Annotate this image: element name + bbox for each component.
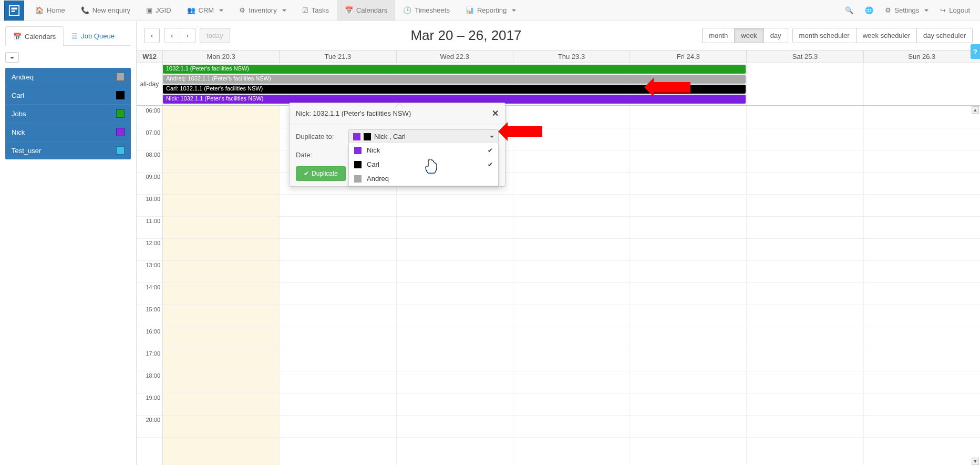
prev-button[interactable]: ‹ — [164, 28, 180, 43]
tasks-icon: ☑ — [302, 6, 308, 14]
view-week[interactable]: week — [734, 28, 764, 43]
time-column[interactable] — [864, 106, 980, 465]
time-column[interactable] — [513, 106, 630, 465]
allday-event[interactable]: 1032.1.1 (Peter's facilities NSW) — [163, 65, 746, 74]
calendar-item[interactable]: Carl — [5, 86, 131, 104]
option-swatch — [354, 147, 362, 154]
option-label: Andreq — [367, 175, 389, 183]
calendar-toolbar: ‹ ‹ › today Mar 20 – 26, 2017 month week… — [137, 21, 980, 50]
calendar-item[interactable]: Jobs — [5, 104, 131, 123]
allday-label: all-day — [137, 63, 163, 105]
select-swatch-2 — [364, 133, 371, 140]
calendar-item-label: Nick — [12, 128, 25, 136]
duplicate-to-label: Duplicate to: — [296, 133, 348, 140]
nav-search[interactable]: 🔍 — [839, 0, 859, 21]
calendar-grid: W12 Mon 20.3Tue 21.3Wed 22.3Thu 23.3Fri … — [137, 50, 980, 465]
nav-reporting-label: Reporting — [477, 6, 507, 14]
check-icon: ✔ — [488, 147, 493, 154]
duplicate-to-select[interactable]: Nick , Carl Nick✔Carl✔Andreq — [348, 129, 499, 144]
annotation-arrow-2 — [498, 122, 542, 141]
time-column[interactable] — [163, 106, 280, 465]
nav-settings[interactable]: ⚙Settings — [879, 0, 934, 21]
nav-new-enquiry[interactable]: 📞New enquiry — [73, 0, 138, 21]
popup-close-icon[interactable]: ✕ — [492, 108, 499, 118]
date-range-title: Mar 20 – 26, 2017 — [234, 27, 698, 44]
view-day[interactable]: day — [764, 28, 788, 43]
nav-tasks[interactable]: ☑Tasks — [294, 0, 337, 21]
select-swatch-1 — [353, 133, 360, 140]
time-cells — [163, 106, 980, 465]
nav-home-label: Home — [47, 6, 65, 14]
scroll-down-icon[interactable]: ▼ — [972, 458, 979, 465]
day-header[interactable]: Thu 23.3 — [513, 50, 630, 63]
popup-title: Nick: 1032.1.1 (Peter's facilities NSW) — [296, 109, 411, 117]
day-header[interactable]: Fri 24.3 — [630, 50, 747, 63]
calendar-item[interactable]: Test_user — [5, 141, 131, 159]
tab-calendars[interactable]: 📅Calendars — [5, 26, 64, 46]
hour-label: 13:00 — [137, 261, 162, 283]
hour-label: 10:00 — [137, 195, 162, 217]
globe-icon: 🌐 — [865, 6, 873, 14]
nav-timesheets-label: Timesheets — [415, 6, 450, 14]
app-logo[interactable] — [4, 1, 24, 21]
hour-label: 06:00 — [137, 106, 162, 128]
time-column[interactable] — [630, 106, 747, 465]
option-swatch — [354, 175, 362, 183]
time-column[interactable] — [747, 106, 863, 465]
nav-crm[interactable]: 👥CRM — [179, 0, 232, 21]
calendar-list: AndreqCarlJobsNickTest_user — [5, 68, 131, 159]
time-grid[interactable]: ▲ 06:0007:0008:0009:0010:0011:0012:0013:… — [137, 106, 980, 465]
tab-job-queue[interactable]: ☰Job Queue — [64, 26, 122, 45]
calendar-item[interactable]: Andreq — [5, 68, 131, 86]
hour-label: 20:00 — [137, 416, 162, 438]
nav-globe[interactable]: 🌐 — [859, 0, 879, 21]
view-month-scheduler[interactable]: month scheduler — [792, 28, 857, 43]
view-week-scheduler[interactable]: week scheduler — [856, 28, 917, 43]
nav-right: 🔍 🌐 ⚙Settings ↪Logout — [839, 0, 976, 21]
select-value: Nick , Carl — [374, 133, 406, 140]
phone-icon: 📞 — [81, 6, 89, 14]
dropdown-option[interactable]: Andreq — [349, 171, 498, 186]
nav-timesheets[interactable]: 🕒Timesheets — [395, 0, 458, 21]
dropdown-option[interactable]: Nick✔ — [349, 143, 498, 157]
calendar-icon: 📅 — [13, 33, 22, 41]
main-area: ? ‹ ‹ › today Mar 20 – 26, 2017 month we… — [137, 21, 980, 465]
calendar-icon: 📅 — [345, 6, 353, 14]
view-month[interactable]: month — [702, 28, 735, 43]
day-header[interactable]: Wed 22.3 — [397, 50, 513, 63]
day-header[interactable]: Sat 25.3 — [747, 50, 863, 63]
view-day-scheduler[interactable]: day scheduler — [916, 28, 973, 43]
hour-label: 14:00 — [137, 283, 162, 305]
next-button[interactable]: › — [180, 28, 195, 43]
help-badge[interactable]: ? — [971, 44, 980, 59]
nav-logout[interactable]: ↪Logout — [934, 0, 976, 21]
day-header[interactable]: Mon 20.3 — [163, 50, 280, 63]
duplicate-button-label: Duplicate — [312, 170, 338, 177]
nav-left: 🏠Home 📞New enquiry ▣JGID 👥CRM ⚙Inventory… — [27, 0, 839, 21]
week-number: W12 — [137, 50, 163, 63]
calendar-item[interactable]: Nick — [5, 123, 131, 141]
duplicate-button[interactable]: ✔Duplicate — [296, 166, 346, 181]
day-header[interactable]: Tue 21.3 — [280, 50, 396, 63]
sidebar: 📅Calendars ☰Job Queue AndreqCarlJobsNick… — [0, 21, 137, 465]
nav-jgid[interactable]: ▣JGID — [138, 0, 179, 21]
view-switcher-1: month week day — [702, 28, 788, 43]
day-header[interactable]: Sun 26.3 — [864, 50, 980, 63]
today-button[interactable]: today — [200, 28, 230, 43]
check-icon: ✔ — [304, 170, 309, 177]
hour-label: 15:00 — [137, 305, 162, 327]
nav-home[interactable]: 🏠Home — [27, 0, 73, 21]
nav-calendars[interactable]: 📅Calendars — [337, 0, 395, 21]
nav-inventory[interactable]: ⚙Inventory — [231, 0, 294, 21]
hour-label: 09:00 — [137, 173, 162, 195]
dropdown-option[interactable]: Carl✔ — [349, 157, 498, 171]
cursor-pointer-icon — [425, 159, 438, 175]
nav-calendars-label: Calendars — [356, 6, 387, 14]
check-icon: ✔ — [488, 161, 493, 168]
hour-label: 11:00 — [137, 217, 162, 239]
nav-inventory-label: Inventory — [249, 6, 276, 14]
inventory-icon: ⚙ — [239, 6, 245, 14]
nav-reporting[interactable]: 📊Reporting — [458, 0, 524, 21]
prev-period-button[interactable]: ‹ — [144, 28, 160, 43]
sidebar-filter-button[interactable] — [5, 52, 19, 63]
